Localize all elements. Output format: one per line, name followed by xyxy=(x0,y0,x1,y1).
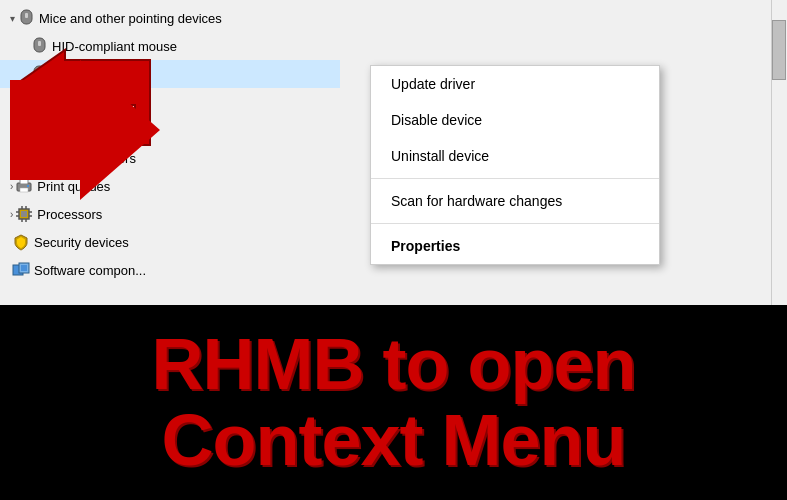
context-menu: Update driver Disable device Uninstall d… xyxy=(370,65,660,265)
security-icon xyxy=(12,233,30,251)
context-menu-update-driver[interactable]: Update driver xyxy=(371,66,659,102)
security-label: Security devices xyxy=(34,235,129,250)
tree-item-security[interactable]: Security devices xyxy=(0,228,340,256)
overlay-line1: RHMB to open xyxy=(152,327,636,403)
tree-item-mice[interactable]: ▾ Mice and other pointing devices xyxy=(0,4,340,32)
red-arrow-2 xyxy=(10,50,180,200)
expand-arrow-processors: › xyxy=(10,209,13,220)
context-menu-scan-hardware[interactable]: Scan for hardware changes xyxy=(371,183,659,219)
svg-rect-21 xyxy=(21,211,27,217)
scrollbar[interactable] xyxy=(771,0,787,320)
tree-item-software[interactable]: Software compon... xyxy=(0,256,340,284)
context-menu-properties[interactable]: Properties xyxy=(371,228,659,264)
bottom-text-area: RHMB to open Context Menu xyxy=(0,305,787,500)
processor-icon xyxy=(15,205,33,223)
overlay-line2: Context Menu xyxy=(162,403,626,479)
context-menu-separator-1 xyxy=(371,178,659,179)
device-manager-panel: ▾ Mice and other pointing devices HID-co… xyxy=(0,0,787,320)
context-menu-uninstall-device[interactable]: Uninstall device xyxy=(371,138,659,174)
svg-marker-34 xyxy=(10,60,160,200)
expand-arrow-mice: ▾ xyxy=(10,13,15,24)
context-menu-separator-2 xyxy=(371,223,659,224)
software-label: Software compon... xyxy=(34,263,146,278)
mice-label: Mice and other pointing devices xyxy=(39,11,222,26)
processors-label: Processors xyxy=(37,207,102,222)
context-menu-disable-device[interactable]: Disable device xyxy=(371,102,659,138)
svg-rect-1 xyxy=(25,13,28,18)
software-icon xyxy=(12,261,30,279)
scrollbar-thumb[interactable] xyxy=(772,20,786,80)
mice-icon xyxy=(17,9,35,27)
svg-rect-32 xyxy=(21,265,27,271)
